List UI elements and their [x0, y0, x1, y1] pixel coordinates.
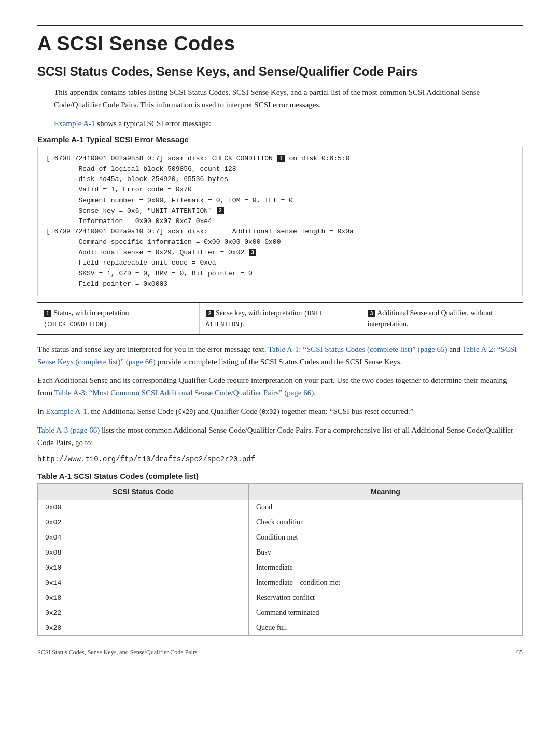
footer-left: SCSI Status Codes, Sense Keys, and Sense…	[37, 648, 198, 656]
scsi-status-table: SCSI Status Code Meaning 0x00Good0x02Che…	[37, 483, 523, 636]
body-para-2: Each Additional Sense and its correspond…	[37, 374, 523, 399]
table-caption: Table A-1 SCSI Status Codes (complete li…	[37, 472, 523, 480]
body-para-3: In Example A-1, the Additional Sense Cod…	[37, 405, 523, 418]
footer: SCSI Status Codes, Sense Keys, and Sense…	[37, 645, 523, 656]
col-header-code: SCSI Status Code	[38, 484, 249, 500]
table-a1-link[interactable]: Table A-1: “SCSI Status Codes (complete …	[268, 345, 447, 353]
table-row: 0x02Check condition	[38, 515, 523, 530]
intro-paragraph: This appendix contains tables listing SC…	[54, 86, 523, 111]
section-title: SCSI Status Codes, Sense Keys, and Sense…	[37, 64, 523, 79]
table-cell-meaning: Intermediate—condition met	[248, 575, 522, 590]
callout-1-label: Status, with interpretation	[54, 309, 129, 317]
callout-1-detail: (CHECK CONDITION)	[44, 321, 107, 328]
url-text: http://www.t10.org/ftp/t10/drafts/spc2/s…	[37, 455, 523, 463]
example-a1-link-body[interactable]: Example A-1	[46, 407, 87, 416]
callout-2-num: 2	[206, 310, 214, 317]
table-cell-code: 0x28	[38, 620, 249, 636]
callout-3-label: Additional Sense and Qualifier, without …	[368, 309, 493, 328]
callout-3-num: 3	[368, 310, 375, 317]
page-title: A SCSI Sense Codes	[37, 25, 523, 55]
table-row: 0x10Intermediate	[38, 560, 523, 575]
table-cell-code: 0x14	[38, 575, 249, 590]
table-a3-page-link[interactable]: Table A-3 (page 66)	[37, 426, 100, 434]
table-cell-meaning: Condition met	[248, 530, 522, 545]
table-cell-code: 0x00	[38, 500, 249, 515]
example-ref-line: Example A-1 shows a typical SCSI error m…	[54, 117, 523, 130]
body-para-1: The status and sense key are interpreted…	[37, 343, 523, 368]
table-row: 0x18Reservation conflict	[38, 590, 523, 605]
code-block: [+6708 72410001 002a9858 0:7] scsi disk:…	[37, 147, 523, 296]
table-cell-meaning: Reservation conflict	[248, 590, 522, 605]
table-cell-meaning: Busy	[248, 545, 522, 560]
table-row: 0x00Good	[38, 500, 523, 515]
table-row: 0x14Intermediate—condition met	[38, 575, 523, 590]
table-cell-code: 0x18	[38, 590, 249, 605]
col-header-meaning: Meaning	[248, 484, 522, 500]
table-cell-meaning: Good	[248, 500, 522, 515]
callout-2-label: Sense key, with interpretation (UNIT ATT…	[206, 309, 323, 328]
table-cell-code: 0x22	[38, 605, 249, 620]
table-cell-meaning: Command terminated	[248, 605, 522, 620]
table-cell-code: 0x10	[38, 560, 249, 575]
table-cell-meaning: Queue full	[248, 620, 522, 636]
table-cell-meaning: Intermediate	[248, 560, 522, 575]
example-label: Example A-1 Typical SCSI Error Message	[37, 135, 523, 144]
table-cell-code: 0x08	[38, 545, 249, 560]
example-a1-link-intro[interactable]: Example A-1	[54, 119, 95, 128]
body-para-4: Table A-3 (page 66) lists the most commo…	[37, 424, 523, 449]
footer-right: 65	[516, 648, 523, 656]
table-cell-code: 0x02	[38, 515, 249, 530]
callout-table: 1 Status, with interpretation (CHECK CON…	[37, 302, 523, 335]
table-row: 0x28Queue full	[38, 620, 523, 636]
callout-1-num: 1	[44, 310, 51, 317]
table-row: 0x22Command terminated	[38, 605, 523, 620]
table-a3-link[interactable]: Table A-3: “Most Common SCSI Additional …	[54, 389, 314, 397]
table-cell-code: 0x04	[38, 530, 249, 545]
table-cell-meaning: Check condition	[248, 515, 522, 530]
table-row: 0x08Busy	[38, 545, 523, 560]
table-row: 0x04Condition met	[38, 530, 523, 545]
